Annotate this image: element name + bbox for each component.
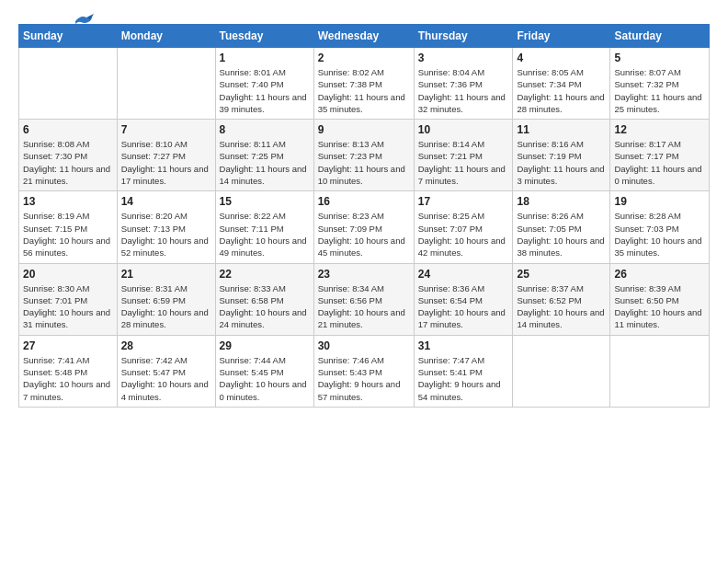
day-number: 17 — [418, 195, 509, 208]
day-info: Sunrise: 8:14 AM Sunset: 7:21 PM Dayligh… — [418, 138, 509, 187]
day-info: Sunrise: 8:20 AM Sunset: 7:13 PM Dayligh… — [121, 210, 211, 259]
day-number: 6 — [23, 123, 113, 136]
day-number: 5 — [614, 52, 705, 64]
weekday-header-sunday: Sunday — [19, 25, 118, 48]
calendar-cell: 30Sunrise: 7:46 AM Sunset: 5:43 PM Dayli… — [313, 335, 414, 407]
day-info: Sunrise: 8:36 AM Sunset: 6:54 PM Dayligh… — [418, 282, 509, 331]
day-info: Sunrise: 8:22 AM Sunset: 7:11 PM Dayligh… — [220, 210, 310, 259]
calendar-week-row: 27Sunrise: 7:41 AM Sunset: 5:48 PM Dayli… — [19, 335, 710, 407]
day-number: 30 — [318, 339, 410, 352]
day-number: 11 — [517, 123, 606, 136]
calendar-cell — [513, 335, 610, 407]
calendar-cell — [19, 48, 118, 120]
day-info: Sunrise: 7:47 AM Sunset: 5:41 PM Dayligh… — [418, 354, 509, 403]
page-header — [18, 15, 710, 17]
calendar-cell: 14Sunrise: 8:20 AM Sunset: 7:13 PM Dayli… — [117, 191, 215, 263]
calendar-cell: 23Sunrise: 8:34 AM Sunset: 6:56 PM Dayli… — [313, 263, 414, 335]
calendar-cell: 12Sunrise: 8:17 AM Sunset: 7:17 PM Dayli… — [610, 120, 710, 191]
day-number: 28 — [121, 339, 211, 352]
weekday-header-monday: Monday — [117, 25, 215, 48]
calendar-cell: 9Sunrise: 8:13 AM Sunset: 7:23 PM Daylig… — [313, 120, 414, 191]
calendar-week-row: 13Sunrise: 8:19 AM Sunset: 7:15 PM Dayli… — [19, 191, 710, 263]
day-number: 26 — [614, 268, 705, 281]
day-info: Sunrise: 8:10 AM Sunset: 7:27 PM Dayligh… — [121, 138, 211, 187]
day-number: 13 — [23, 195, 113, 208]
day-number: 29 — [220, 339, 310, 352]
day-number: 19 — [614, 195, 705, 208]
weekday-header-wednesday: Wednesday — [313, 25, 414, 48]
day-info: Sunrise: 8:30 AM Sunset: 7:01 PM Dayligh… — [23, 282, 113, 331]
day-info: Sunrise: 8:02 AM Sunset: 7:38 PM Dayligh… — [318, 66, 410, 115]
day-info: Sunrise: 8:16 AM Sunset: 7:19 PM Dayligh… — [517, 138, 606, 187]
weekday-header-saturday: Saturday — [610, 25, 710, 48]
day-info: Sunrise: 8:19 AM Sunset: 7:15 PM Dayligh… — [23, 210, 113, 259]
day-number: 20 — [23, 268, 113, 281]
day-info: Sunrise: 7:44 AM Sunset: 5:45 PM Dayligh… — [220, 354, 310, 403]
calendar-cell: 31Sunrise: 7:47 AM Sunset: 5:41 PM Dayli… — [414, 335, 513, 407]
calendar-cell: 17Sunrise: 8:25 AM Sunset: 7:07 PM Dayli… — [414, 191, 513, 263]
weekday-header-friday: Friday — [513, 25, 610, 48]
day-info: Sunrise: 7:42 AM Sunset: 5:47 PM Dayligh… — [121, 354, 211, 403]
calendar-cell: 19Sunrise: 8:28 AM Sunset: 7:03 PM Dayli… — [610, 191, 710, 263]
calendar-week-row: 1Sunrise: 8:01 AM Sunset: 7:40 PM Daylig… — [19, 48, 710, 120]
calendar-cell: 11Sunrise: 8:16 AM Sunset: 7:19 PM Dayli… — [513, 120, 610, 191]
calendar-cell: 29Sunrise: 7:44 AM Sunset: 5:45 PM Dayli… — [215, 335, 313, 407]
calendar-cell: 22Sunrise: 8:33 AM Sunset: 6:58 PM Dayli… — [215, 263, 313, 335]
day-number: 16 — [318, 195, 410, 208]
weekday-header-thursday: Thursday — [414, 25, 513, 48]
day-number: 18 — [517, 195, 606, 208]
day-number: 12 — [614, 123, 705, 136]
calendar-cell: 5Sunrise: 8:07 AM Sunset: 7:32 PM Daylig… — [610, 48, 710, 120]
logo-bird-icon — [74, 13, 94, 29]
day-info: Sunrise: 8:05 AM Sunset: 7:34 PM Dayligh… — [517, 66, 606, 115]
day-info: Sunrise: 8:04 AM Sunset: 7:36 PM Dayligh… — [418, 66, 509, 115]
calendar-cell: 3Sunrise: 8:04 AM Sunset: 7:36 PM Daylig… — [414, 48, 513, 120]
calendar-cell: 15Sunrise: 8:22 AM Sunset: 7:11 PM Dayli… — [215, 191, 313, 263]
day-number: 9 — [318, 123, 410, 136]
day-number: 22 — [220, 268, 310, 281]
day-number: 10 — [418, 123, 509, 136]
calendar-cell: 27Sunrise: 7:41 AM Sunset: 5:48 PM Dayli… — [19, 335, 118, 407]
day-info: Sunrise: 8:13 AM Sunset: 7:23 PM Dayligh… — [318, 138, 410, 187]
day-number: 21 — [121, 268, 211, 281]
calendar-cell: 16Sunrise: 8:23 AM Sunset: 7:09 PM Dayli… — [313, 191, 414, 263]
calendar-cell: 4Sunrise: 8:05 AM Sunset: 7:34 PM Daylig… — [513, 48, 610, 120]
day-info: Sunrise: 8:01 AM Sunset: 7:40 PM Dayligh… — [220, 66, 310, 115]
day-info: Sunrise: 8:37 AM Sunset: 6:52 PM Dayligh… — [517, 282, 606, 331]
calendar-cell: 13Sunrise: 8:19 AM Sunset: 7:15 PM Dayli… — [19, 191, 118, 263]
day-number: 15 — [220, 195, 310, 208]
day-info: Sunrise: 8:31 AM Sunset: 6:59 PM Dayligh… — [121, 282, 211, 331]
calendar-week-row: 6Sunrise: 8:08 AM Sunset: 7:30 PM Daylig… — [19, 120, 710, 191]
day-info: Sunrise: 8:39 AM Sunset: 6:50 PM Dayligh… — [614, 282, 705, 331]
day-number: 31 — [418, 339, 509, 352]
calendar-cell: 8Sunrise: 8:11 AM Sunset: 7:25 PM Daylig… — [215, 120, 313, 191]
calendar-cell: 25Sunrise: 8:37 AM Sunset: 6:52 PM Dayli… — [513, 263, 610, 335]
calendar-cell: 18Sunrise: 8:26 AM Sunset: 7:05 PM Dayli… — [513, 191, 610, 263]
calendar-header-row: SundayMondayTuesdayWednesdayThursdayFrid… — [19, 25, 710, 48]
calendar-cell — [610, 335, 710, 407]
day-number: 14 — [121, 195, 211, 208]
day-number: 7 — [121, 123, 211, 136]
calendar-cell — [117, 48, 215, 120]
day-info: Sunrise: 8:08 AM Sunset: 7:30 PM Dayligh… — [23, 138, 113, 187]
day-info: Sunrise: 8:28 AM Sunset: 7:03 PM Dayligh… — [614, 210, 705, 259]
day-number: 24 — [418, 268, 509, 281]
day-number: 4 — [517, 52, 606, 64]
day-info: Sunrise: 8:11 AM Sunset: 7:25 PM Dayligh… — [220, 138, 310, 187]
day-info: Sunrise: 8:07 AM Sunset: 7:32 PM Dayligh… — [614, 66, 705, 115]
day-info: Sunrise: 8:17 AM Sunset: 7:17 PM Dayligh… — [614, 138, 705, 187]
day-info: Sunrise: 7:46 AM Sunset: 5:43 PM Dayligh… — [318, 354, 410, 403]
calendar-cell: 1Sunrise: 8:01 AM Sunset: 7:40 PM Daylig… — [215, 48, 313, 120]
day-info: Sunrise: 8:34 AM Sunset: 6:56 PM Dayligh… — [318, 282, 410, 331]
day-number: 2 — [318, 52, 410, 64]
day-info: Sunrise: 8:33 AM Sunset: 6:58 PM Dayligh… — [220, 282, 310, 331]
weekday-header-tuesday: Tuesday — [215, 25, 313, 48]
calendar-cell: 21Sunrise: 8:31 AM Sunset: 6:59 PM Dayli… — [117, 263, 215, 335]
calendar-cell: 24Sunrise: 8:36 AM Sunset: 6:54 PM Dayli… — [414, 263, 513, 335]
calendar-cell: 6Sunrise: 8:08 AM Sunset: 7:30 PM Daylig… — [19, 120, 118, 191]
calendar-cell: 26Sunrise: 8:39 AM Sunset: 6:50 PM Dayli… — [610, 263, 710, 335]
day-number: 3 — [418, 52, 509, 64]
calendar-cell: 28Sunrise: 7:42 AM Sunset: 5:47 PM Dayli… — [117, 335, 215, 407]
calendar-cell: 7Sunrise: 8:10 AM Sunset: 7:27 PM Daylig… — [117, 120, 215, 191]
day-info: Sunrise: 8:23 AM Sunset: 7:09 PM Dayligh… — [318, 210, 410, 259]
